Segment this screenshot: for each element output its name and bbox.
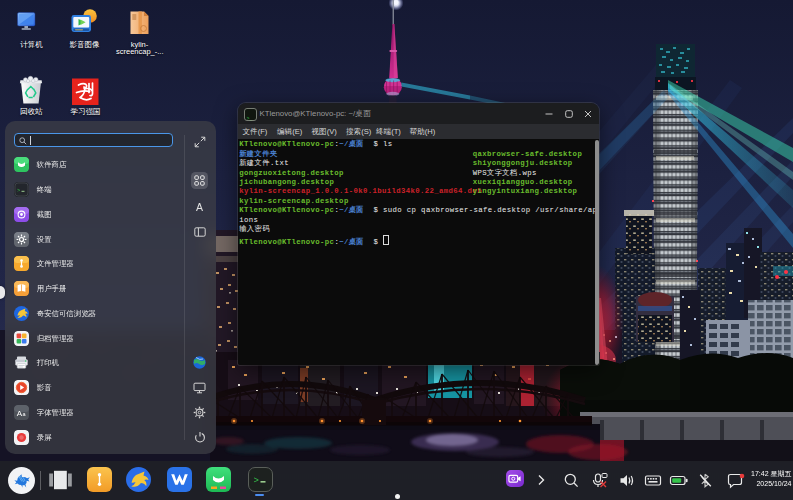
svg-text:>_: >_	[246, 115, 253, 121]
svg-text:>: >	[17, 187, 20, 194]
svg-text:>: >	[253, 476, 258, 486]
